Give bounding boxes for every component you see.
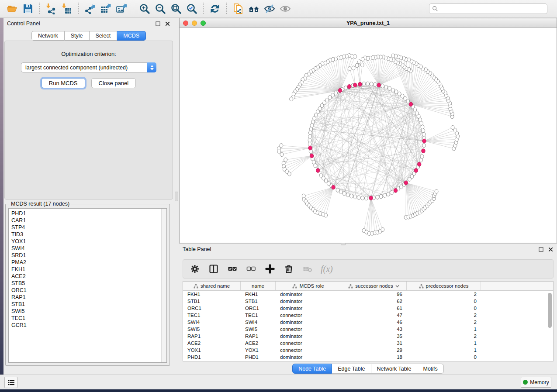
- network-node[interactable]: [308, 142, 311, 146]
- close-window-icon[interactable]: [183, 21, 188, 26]
- result-list-item[interactable]: YOX1: [11, 238, 166, 245]
- task-history-button[interactable]: [4, 377, 17, 388]
- close-panel-icon[interactable]: [165, 21, 170, 27]
- network-node[interactable]: [361, 196, 364, 200]
- table-row[interactable]: ORC1ORC1dominator610: [183, 305, 553, 312]
- network-node[interactable]: [358, 60, 361, 64]
- table-row[interactable]: STB1STB1dominator620: [183, 298, 553, 305]
- network-node[interactable]: [422, 132, 426, 136]
- network-node[interactable]: [451, 125, 454, 129]
- mcds-node[interactable]: [332, 185, 335, 189]
- mcds-node[interactable]: [414, 168, 418, 173]
- run-mcds-button[interactable]: Run MCDS: [42, 78, 85, 88]
- network-node[interactable]: [334, 91, 338, 95]
- table-row[interactable]: FKH1FKH1dominator962: [183, 291, 553, 298]
- network-node[interactable]: [435, 189, 438, 193]
- network-node[interactable]: [383, 193, 387, 197]
- mcds-node[interactable]: [422, 139, 426, 143]
- delete-entries-button[interactable]: [283, 263, 294, 275]
- network-node[interactable]: [344, 86, 348, 90]
- save-session-button[interactable]: [20, 1, 36, 16]
- scrollbar-thumb[interactable]: [548, 293, 552, 328]
- result-list-item[interactable]: PMA2: [11, 259, 166, 266]
- network-node[interactable]: [390, 191, 394, 195]
- network-node[interactable]: [310, 124, 314, 127]
- tab-network-table[interactable]: Network Table: [371, 364, 418, 374]
- duplicate-network-button[interactable]: [230, 1, 246, 16]
- mcds-node[interactable]: [404, 181, 408, 185]
- network-node[interactable]: [370, 82, 373, 86]
- network-node[interactable]: [381, 227, 384, 231]
- deselect-all-button[interactable]: [246, 263, 257, 275]
- mcds-result-listbox[interactable]: PHD1CAR1STP4TID3YOX1SWI4SRD1PMA2FKH1ACE2…: [8, 208, 167, 363]
- result-list-item[interactable]: ACE2: [11, 273, 166, 280]
- network-node[interactable]: [420, 155, 424, 158]
- network-node[interactable]: [284, 158, 287, 162]
- tab-style[interactable]: Style: [65, 31, 90, 41]
- close-panel-icon[interactable]: [548, 247, 554, 252]
- vertical-splitter[interactable]: [174, 18, 179, 375]
- show-all-button[interactable]: [277, 1, 293, 16]
- refresh-view-button[interactable]: [207, 1, 223, 16]
- result-scrollbar[interactable]: [161, 209, 166, 362]
- table-row[interactable]: SWI4SWI4dominator462: [183, 319, 553, 326]
- network-node[interactable]: [352, 66, 355, 70]
- memory-button[interactable]: Memory: [521, 377, 551, 388]
- mcds-node[interactable]: [338, 89, 342, 93]
- network-node[interactable]: [308, 134, 312, 138]
- table-row[interactable]: SWI5SWI5connector431: [183, 326, 553, 333]
- import-network-button[interactable]: [43, 1, 59, 16]
- network-node[interactable]: [336, 188, 339, 192]
- network-node[interactable]: [355, 63, 359, 67]
- result-list-item[interactable]: RAP1: [11, 294, 166, 301]
- column-header-shared-name[interactable]: shared name: [183, 282, 241, 290]
- network-node[interactable]: [346, 193, 349, 197]
- network-node[interactable]: [388, 86, 391, 90]
- network-node[interactable]: [379, 194, 383, 198]
- tab-edge-table[interactable]: Edge Table: [332, 364, 371, 374]
- network-node[interactable]: [309, 127, 313, 131]
- splitter-handle[interactable]: [175, 192, 178, 201]
- show-columns-button[interactable]: [208, 263, 219, 275]
- network-node[interactable]: [357, 196, 360, 199]
- result-list-item[interactable]: PHD1: [11, 210, 166, 217]
- export-image-button[interactable]: [114, 1, 129, 16]
- result-list-item[interactable]: SWI4: [11, 245, 166, 252]
- network-node[interactable]: [348, 67, 351, 71]
- zoom-selected-button[interactable]: [184, 1, 200, 16]
- float-panel-icon[interactable]: [538, 247, 544, 252]
- network-node[interactable]: [362, 82, 366, 86]
- export-table-button[interactable]: [98, 1, 114, 16]
- mcds-node[interactable]: [369, 196, 373, 200]
- open-file-button[interactable]: [4, 1, 20, 16]
- mcds-node[interactable]: [377, 83, 381, 87]
- tab-mcds[interactable]: MCDS: [117, 31, 146, 41]
- add-entry-button[interactable]: [264, 263, 276, 275]
- result-list-item[interactable]: SRD1: [11, 252, 166, 259]
- mcds-node[interactable]: [347, 85, 351, 89]
- minimize-window-icon[interactable]: [192, 21, 197, 26]
- mcds-node[interactable]: [308, 146, 312, 150]
- zoom-in-button[interactable]: [137, 1, 152, 16]
- zoom-fit-button[interactable]: [168, 1, 184, 16]
- result-list-item[interactable]: FKH1: [11, 266, 166, 273]
- network-node[interactable]: [290, 97, 293, 101]
- network-node[interactable]: [384, 85, 388, 89]
- network-node[interactable]: [308, 138, 311, 142]
- result-list-item[interactable]: STB5: [11, 280, 166, 287]
- result-list-item[interactable]: CAR1: [11, 217, 166, 224]
- network-node[interactable]: [350, 194, 353, 198]
- table-row[interactable]: RAP1RAP1dominator352: [183, 333, 553, 340]
- network-node[interactable]: [387, 192, 390, 196]
- network-node[interactable]: [422, 144, 426, 148]
- mcds-node[interactable]: [422, 149, 425, 153]
- table-row[interactable]: YOX1YOX1connector291: [183, 347, 553, 354]
- column-header-MCDS-role[interactable]: MCDS role: [276, 282, 341, 290]
- search-input[interactable]: [429, 3, 547, 14]
- network-node[interactable]: [314, 164, 317, 168]
- network-node[interactable]: [381, 84, 384, 88]
- network-node[interactable]: [280, 144, 283, 148]
- column-header-predecessor-nodes[interactable]: predecessor nodes: [407, 282, 481, 290]
- result-list-item[interactable]: STB1: [11, 301, 166, 308]
- import-table-button[interactable]: [59, 1, 75, 16]
